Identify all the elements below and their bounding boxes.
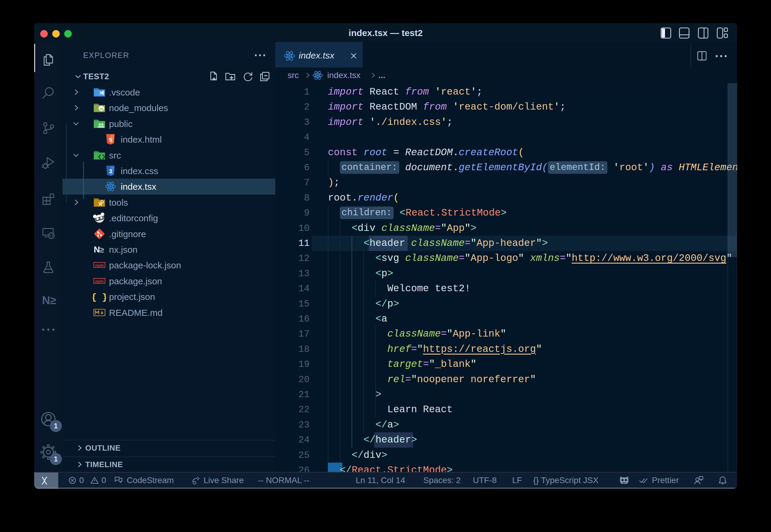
svg-text:3: 3	[109, 168, 112, 174]
svg-text:npm: npm	[95, 263, 104, 268]
svg-text:≥: ≥	[100, 245, 104, 254]
svg-text:5: 5	[109, 137, 112, 143]
svg-text:JS: JS	[100, 107, 104, 110]
svg-text:{ }: { }	[93, 292, 106, 303]
svg-text:N: N	[94, 245, 100, 254]
svg-text:npm: npm	[95, 279, 104, 283]
